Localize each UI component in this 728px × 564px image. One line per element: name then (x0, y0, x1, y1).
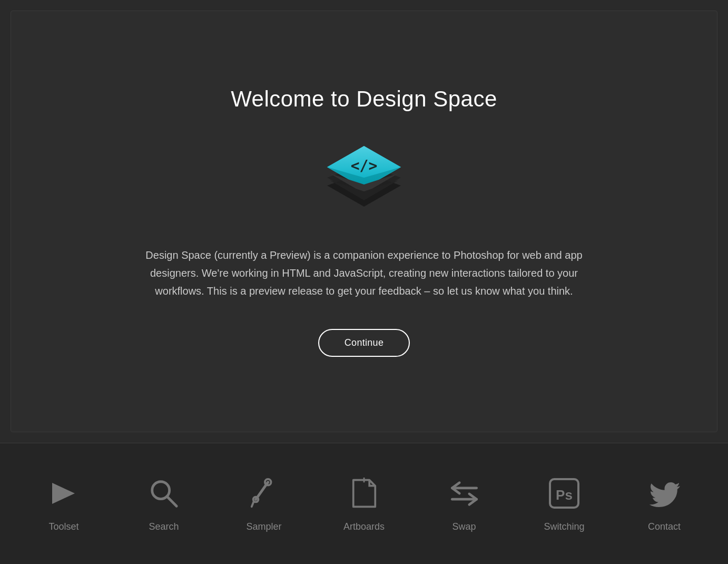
contact-icon (646, 475, 683, 512)
artboards-icon (346, 475, 382, 512)
bottom-toolbar: Toolset Search Sampler (0, 443, 728, 564)
switching-label: Switching (544, 521, 584, 532)
main-content: Welcome to Design Space </> (11, 11, 717, 432)
svg-text:</>: </> (351, 157, 378, 174)
toolbar-item-sampler[interactable]: Sampler (214, 464, 314, 543)
search-label: Search (149, 521, 179, 532)
search-icon (145, 475, 182, 512)
swap-label: Swap (452, 521, 476, 532)
sampler-icon (245, 475, 282, 512)
switching-icon: Ps (546, 475, 583, 512)
toolbar-item-search[interactable]: Search (114, 464, 214, 543)
toolbar-item-swap[interactable]: Swap (414, 464, 514, 543)
welcome-title: Welcome to Design Space (231, 86, 497, 112)
toolset-label: Toolset (48, 521, 78, 532)
sampler-label: Sampler (246, 521, 281, 532)
svg-marker-8 (52, 483, 75, 504)
description-text: Design Space (currently a Preview) is a … (137, 246, 591, 300)
toolbar-item-artboards[interactable]: Artboards (314, 464, 414, 543)
toolbar-item-contact[interactable]: Contact (614, 464, 714, 543)
svg-line-13 (252, 501, 254, 507)
toolset-icon (45, 475, 82, 512)
continue-button[interactable]: Continue (318, 329, 410, 357)
swap-icon (446, 475, 483, 512)
svg-line-10 (167, 497, 176, 506)
svg-text:Ps: Ps (556, 487, 573, 503)
toolbar-item-switching[interactable]: Ps Switching (514, 464, 614, 543)
app-logo: </> (317, 138, 411, 217)
toolbar-item-toolset[interactable]: Toolset (14, 464, 114, 543)
artboards-label: Artboards (343, 521, 385, 532)
contact-label: Contact (648, 521, 681, 532)
